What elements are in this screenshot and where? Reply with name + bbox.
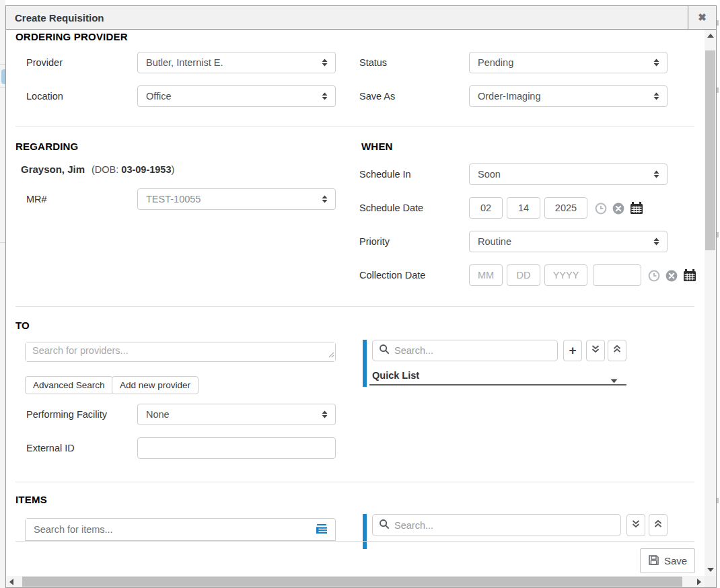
- items-collapse-all-button[interactable]: [649, 514, 668, 536]
- provider-search-input[interactable]: [26, 342, 335, 361]
- provider-select-value: Butler, Internist E.: [146, 57, 223, 68]
- select-arrows-icon: [653, 170, 660, 179]
- calendar-icon[interactable]: [683, 269, 696, 285]
- priority-label: Priority: [359, 236, 390, 247]
- items-panel-accent-bar: [363, 514, 367, 549]
- scrollbar-corner: [705, 576, 716, 587]
- section-divider: [15, 482, 694, 482]
- collection-date-month-input[interactable]: [469, 264, 503, 286]
- provider-search-field-wrap: [25, 342, 336, 362]
- performing-facility-select-value: None: [146, 409, 170, 420]
- double-chevron-down-icon: [591, 344, 600, 357]
- add-to-quick-list-button[interactable]: +: [563, 340, 582, 361]
- dialog-body: ORDERING PROVIDER Provider Butler, Inter…: [6, 30, 716, 587]
- scroll-down-arrow-icon[interactable]: [707, 568, 714, 572]
- to-panel-search-input[interactable]: [394, 345, 551, 356]
- clear-date-icon[interactable]: [665, 270, 678, 285]
- expand-all-button[interactable]: [586, 340, 605, 361]
- background-divider: [0, 242, 5, 243]
- mr-select[interactable]: TEST-10055: [137, 188, 336, 210]
- items-search-input[interactable]: [26, 519, 308, 540]
- collection-date-day-input[interactable]: [507, 264, 540, 286]
- vertical-scrollbar-thumb[interactable]: [705, 50, 715, 250]
- horizontal-scrollbar[interactable]: [6, 576, 705, 587]
- footer-divider: [15, 541, 694, 542]
- background-text-fragment: [717, 87, 719, 93]
- performing-facility-label: Performing Facility: [26, 409, 107, 420]
- select-arrows-icon: [653, 92, 660, 101]
- quick-list-header[interactable]: Quick List: [372, 370, 419, 381]
- create-requisition-dialog: Create Requisition ✖ ORDERING PROVIDER P…: [5, 5, 717, 588]
- dob-prefix: (DOB:: [92, 164, 121, 175]
- vertical-scrollbar[interactable]: [705, 30, 716, 576]
- items-expand-all-button[interactable]: [626, 514, 645, 536]
- location-select[interactable]: Office: [137, 85, 336, 107]
- items-heading: ITEMS: [15, 494, 47, 505]
- scroll-left-arrow-icon[interactable]: [9, 579, 13, 585]
- schedule-date-month-input[interactable]: [469, 197, 503, 219]
- item-list-icon[interactable]: [315, 523, 328, 538]
- select-arrows-icon: [653, 237, 660, 246]
- select-arrows-icon: [321, 410, 328, 419]
- location-label: Location: [26, 91, 63, 102]
- add-new-provider-button[interactable]: Add new provider: [112, 376, 199, 394]
- collection-date-label: Collection Date: [359, 270, 425, 281]
- collection-date-year-input[interactable]: [544, 264, 587, 286]
- double-chevron-up-icon: [653, 519, 663, 531]
- to-panel-search-box: [372, 340, 558, 361]
- external-id-input[interactable]: [137, 437, 336, 459]
- regarding-heading: REGARDING: [15, 141, 78, 152]
- close-icon: ✖: [698, 11, 707, 24]
- save-button[interactable]: Save: [640, 548, 695, 573]
- scroll-right-arrow-icon[interactable]: [697, 579, 701, 585]
- external-id-label: External ID: [26, 443, 75, 453]
- background-top-strip: [0, 0, 720, 5]
- double-chevron-down-icon: [631, 519, 641, 531]
- background-left-strip: [0, 0, 5, 588]
- dialog-content: ORDERING PROVIDER Provider Butler, Inter…: [6, 30, 705, 576]
- dob-value: 03-09-1953: [121, 164, 171, 175]
- background-text-fragment: [717, 232, 719, 237]
- horizontal-scrollbar-thumb[interactable]: [22, 577, 682, 587]
- clock-icon[interactable]: [648, 270, 660, 285]
- scroll-up-arrow-icon[interactable]: [707, 34, 714, 38]
- screen: Create Requisition ✖ ORDERING PROVIDER P…: [0, 0, 720, 588]
- quick-list-underline: [369, 384, 626, 385]
- background-divider: [0, 64, 5, 65]
- close-button[interactable]: ✖: [688, 6, 716, 30]
- performing-facility-select[interactable]: None: [137, 404, 336, 425]
- collection-time-input[interactable]: [593, 264, 641, 286]
- schedule-date-year-input[interactable]: [544, 197, 587, 219]
- priority-select-value: Routine: [478, 236, 511, 247]
- save-as-select[interactable]: Order-Imaging: [469, 85, 668, 107]
- advanced-search-button[interactable]: Advanced Search: [25, 376, 113, 394]
- provider-label: Provider: [26, 57, 63, 68]
- items-panel-search-input[interactable]: [394, 520, 614, 531]
- schedule-in-select[interactable]: Soon: [469, 163, 668, 185]
- resize-grip-icon[interactable]: [328, 348, 334, 361]
- schedule-date-day-input[interactable]: [507, 197, 540, 219]
- collapse-all-button[interactable]: [608, 340, 626, 361]
- calendar-icon[interactable]: [630, 202, 643, 217]
- to-panel-accent-bar: [363, 340, 367, 387]
- search-icon: [379, 344, 390, 357]
- save-button-label: Save: [664, 555, 687, 566]
- clear-date-icon[interactable]: [612, 203, 624, 217]
- mr-select-value: TEST-10055: [146, 194, 201, 205]
- status-label: Status: [359, 57, 387, 68]
- background-text-fragment: [717, 498, 719, 503]
- status-select[interactable]: Pending: [469, 52, 668, 73]
- patient-name: Grayson, Jim: [21, 163, 85, 175]
- provider-select[interactable]: Butler, Internist E.: [137, 52, 336, 73]
- dialog-title: Create Requisition: [6, 12, 104, 24]
- to-heading: TO: [15, 320, 30, 331]
- schedule-date-icons: [595, 202, 643, 217]
- select-arrows-icon: [321, 92, 328, 101]
- double-chevron-up-icon: [612, 344, 622, 357]
- section-divider: [15, 306, 694, 307]
- clock-icon[interactable]: [595, 203, 607, 217]
- ordering-provider-heading: ORDERING PROVIDER: [15, 31, 128, 42]
- priority-select[interactable]: Routine: [469, 231, 668, 252]
- section-divider: [15, 126, 694, 126]
- items-panel-search-box: [372, 514, 621, 536]
